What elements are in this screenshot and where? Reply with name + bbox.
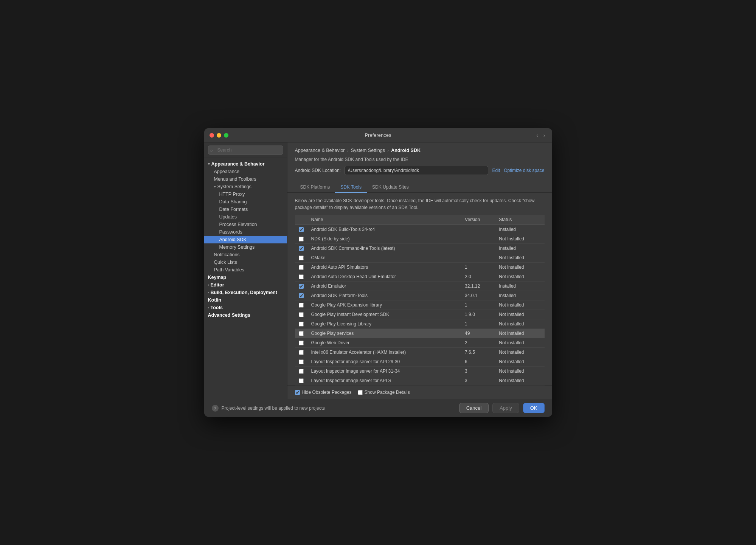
breadcrumb-part1: Appearance & Behavior xyxy=(295,148,345,153)
row-name: Layout Inspector image server for API 29… xyxy=(307,357,461,367)
bottom-info: ? Project-level settings will be applied… xyxy=(212,405,455,412)
maximize-button[interactable] xyxy=(224,133,228,138)
row-checkbox[interactable] xyxy=(299,359,304,364)
edit-button[interactable]: Edit xyxy=(492,168,500,173)
row-checkbox[interactable] xyxy=(299,378,304,383)
main-content: ⌕ ▾ Appearance & Behavior Appearance Men… xyxy=(204,142,552,399)
row-checkbox-cell xyxy=(295,272,307,282)
apply-button[interactable]: Apply xyxy=(492,403,519,413)
row-name: Google Play APK Expansion library xyxy=(307,300,461,310)
sidebar-item-path-variables[interactable]: Path Variables xyxy=(204,266,287,274)
table-row: Layout Inspector image server for API 29… xyxy=(295,357,545,367)
row-checkbox[interactable] xyxy=(299,369,304,374)
table-row: NDK (Side by side)Not Installed xyxy=(295,234,545,244)
sidebar-item-date-formats[interactable]: Date Formats xyxy=(204,206,287,213)
ok-button[interactable]: OK xyxy=(523,403,545,413)
table-row: Android SDK Command-line Tools (latest)I… xyxy=(295,244,545,253)
sidebar-item-data-sharing[interactable]: Data Sharing xyxy=(204,198,287,206)
row-name: NDK (Side by side) xyxy=(307,234,461,244)
back-arrow[interactable]: ‹ xyxy=(535,132,540,139)
cancel-button[interactable]: Cancel xyxy=(459,403,489,413)
search-bar: ⌕ xyxy=(204,142,287,158)
row-checkbox[interactable] xyxy=(299,274,304,279)
sidebar-item-appearance[interactable]: Appearance xyxy=(204,168,287,175)
table-row: Google Play Licensing Library1Not instal… xyxy=(295,319,545,329)
chevron-down-icon: ▾ xyxy=(214,185,216,189)
sidebar-item-http-proxy[interactable]: HTTP Proxy xyxy=(204,190,287,198)
tabs-bar: SDK Platforms SDK Tools SDK Update Sites xyxy=(287,179,552,193)
hide-obsolete-label[interactable]: Hide Obsolete Packages xyxy=(295,390,352,395)
tab-sdk-tools[interactable]: SDK Tools xyxy=(335,182,367,193)
row-checkbox[interactable] xyxy=(299,322,304,327)
sdk-location-input[interactable] xyxy=(345,166,489,175)
show-package-checkbox[interactable] xyxy=(358,390,363,395)
chevron-right-icon: › xyxy=(208,291,209,294)
row-status: Not installed xyxy=(495,319,544,329)
row-version xyxy=(461,225,495,234)
search-input[interactable] xyxy=(208,146,283,155)
sdk-location-row: Android SDK Location: Edit Optimize disk… xyxy=(295,166,545,175)
row-checkbox[interactable] xyxy=(299,293,304,298)
sidebar-item-quick-lists[interactable]: Quick Lists xyxy=(204,259,287,266)
table-row: Android SDK Platform-Tools34.0.1Installe… xyxy=(295,291,545,300)
row-checkbox[interactable] xyxy=(299,284,304,289)
close-button[interactable] xyxy=(210,133,214,138)
sidebar-item-memory-settings[interactable]: Memory Settings xyxy=(204,243,287,251)
chevron-right-icon: › xyxy=(208,306,209,310)
row-checkbox[interactable] xyxy=(299,246,304,251)
preferences-window: Preferences ‹ › ⌕ ▾ Appearance & Behavio… xyxy=(204,128,552,417)
row-checkbox[interactable] xyxy=(299,227,304,232)
table-row: Google Play APK Expansion library1Not in… xyxy=(295,300,545,310)
row-checkbox[interactable] xyxy=(299,255,304,260)
row-checkbox[interactable] xyxy=(299,265,304,270)
row-checkbox[interactable] xyxy=(299,312,304,317)
show-package-label[interactable]: Show Package Details xyxy=(358,390,410,395)
breadcrumb-sep1: › xyxy=(347,148,349,153)
row-status: Not installed xyxy=(495,263,544,272)
sidebar-item-process-elevation[interactable]: Process Elevation xyxy=(204,221,287,228)
sidebar-item-kotlin[interactable]: Kotlin xyxy=(204,296,287,304)
row-name: Layout Inspector image server for API 31… xyxy=(307,367,461,376)
help-icon[interactable]: ? xyxy=(212,405,219,412)
row-checkbox[interactable] xyxy=(299,341,304,345)
row-status: Not installed xyxy=(495,310,544,319)
sidebar-item-system-settings[interactable]: ▾ System Settings xyxy=(204,183,287,190)
row-checkbox-cell xyxy=(295,338,307,348)
sidebar-item-notifications[interactable]: Notifications xyxy=(204,251,287,259)
row-name: Intel x86 Emulator Accelerator (HAXM ins… xyxy=(307,348,461,357)
title-bar: Preferences ‹ › xyxy=(204,128,552,142)
tab-sdk-update-sites[interactable]: SDK Update Sites xyxy=(367,182,414,193)
sidebar-item-menus-toolbars[interactable]: Menus and Toolbars xyxy=(204,175,287,183)
optimize-disk-button[interactable]: Optimize disk space xyxy=(504,168,544,173)
sidebar-item-editor[interactable]: › Editor xyxy=(204,281,287,289)
row-version: 1 xyxy=(461,300,495,310)
row-checkbox[interactable] xyxy=(299,350,304,355)
row-version: 1.9.0 xyxy=(461,310,495,319)
row-status: Installed xyxy=(495,225,544,234)
table-row: Layout Inspector image server for API 31… xyxy=(295,367,545,376)
forward-arrow[interactable]: › xyxy=(542,132,547,139)
row-checkbox[interactable] xyxy=(299,331,304,336)
chevron-down-icon: ▾ xyxy=(208,162,210,166)
window-title: Preferences xyxy=(365,132,391,138)
row-checkbox-cell xyxy=(295,244,307,253)
sidebar-item-appearance-behavior[interactable]: ▾ Appearance & Behavior xyxy=(204,160,287,168)
sidebar-item-build-execution[interactable]: › Build, Execution, Deployment xyxy=(204,289,287,296)
row-version: 2 xyxy=(461,338,495,348)
sidebar-item-passwords[interactable]: Passwords xyxy=(204,228,287,236)
hide-obsolete-checkbox[interactable] xyxy=(295,390,300,395)
sidebar-item-updates[interactable]: Updates xyxy=(204,213,287,221)
panel-description: Manager for the Android SDK and Tools us… xyxy=(295,157,545,162)
sidebar-item-android-sdk[interactable]: Android SDK xyxy=(204,236,287,243)
sidebar-item-tools[interactable]: › Tools xyxy=(204,304,287,311)
tab-sdk-platforms[interactable]: SDK Platforms xyxy=(295,182,335,193)
row-name: Google Web Driver xyxy=(307,338,461,348)
row-checkbox[interactable] xyxy=(299,237,304,242)
panel-footer: Hide Obsolete Packages Show Package Deta… xyxy=(287,386,552,399)
row-name: Google Play Instant Development SDK xyxy=(307,310,461,319)
row-checkbox[interactable] xyxy=(299,303,304,308)
sidebar-item-advanced-settings[interactable]: Advanced Settings xyxy=(204,311,287,319)
table-area: Below are the available SDK developer to… xyxy=(287,193,552,386)
sidebar-item-keymap[interactable]: Keymap xyxy=(204,274,287,281)
minimize-button[interactable] xyxy=(217,133,221,138)
